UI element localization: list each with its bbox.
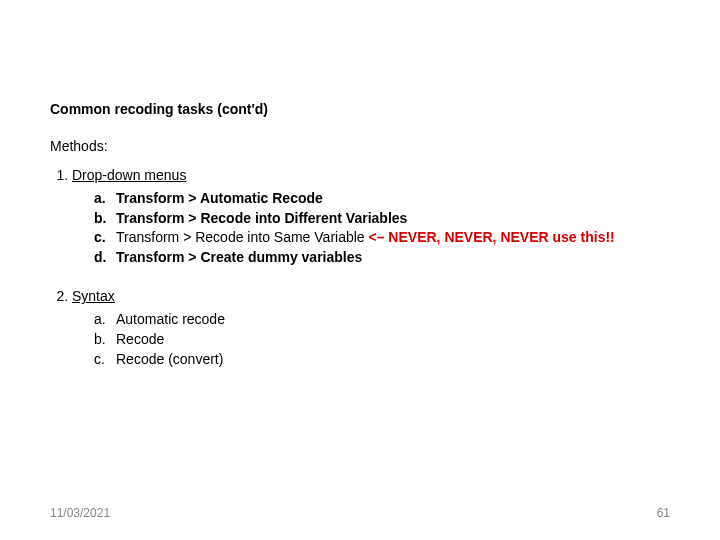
method-2-c: c. Recode (convert) bbox=[94, 350, 670, 369]
method-1-sublist: a. Transform > Automatic Recode b. Trans… bbox=[72, 189, 670, 268]
method-1-d: d. Transform > Create dummy variables bbox=[94, 248, 670, 267]
marker-d: d. bbox=[94, 248, 112, 267]
marker-b: b. bbox=[94, 209, 112, 228]
method-2-a: a. Automatic recode bbox=[94, 310, 670, 329]
method-1-c-warning: <– NEVER, NEVER, NEVER use this!! bbox=[369, 229, 615, 245]
method-item-2: Syntax a. Automatic recode b. Recode c. … bbox=[72, 287, 670, 369]
method-1-d-text: Transform > Create dummy variables bbox=[116, 249, 362, 265]
methods-label: Methods: bbox=[50, 137, 670, 156]
method-1-c: c. Transform > Recode into Same Variable… bbox=[94, 228, 670, 247]
method-2-a-text: Automatic recode bbox=[116, 311, 225, 327]
methods-list: Drop-down menus a. Transform > Automatic… bbox=[50, 166, 670, 369]
marker-2b: b. bbox=[94, 330, 112, 349]
slide: Common recoding tasks (cont'd) Methods: … bbox=[0, 0, 720, 369]
method-2-b-text: Recode bbox=[116, 331, 164, 347]
method-1-b-text: Transform > Recode into Different Variab… bbox=[116, 210, 407, 226]
marker-c: c. bbox=[94, 228, 112, 247]
marker-2c: c. bbox=[94, 350, 112, 369]
method-2-head: Syntax bbox=[72, 288, 115, 304]
method-2-c-text: Recode (convert) bbox=[116, 351, 223, 367]
method-1-a: a. Transform > Automatic Recode bbox=[94, 189, 670, 208]
marker-2a: a. bbox=[94, 310, 112, 329]
method-1-c-text: Transform > Recode into Same Variable bbox=[116, 229, 369, 245]
marker-a: a. bbox=[94, 189, 112, 208]
method-2-b: b. Recode bbox=[94, 330, 670, 349]
footer-page-number: 61 bbox=[657, 506, 670, 520]
slide-title: Common recoding tasks (cont'd) bbox=[50, 100, 670, 119]
method-item-1: Drop-down menus a. Transform > Automatic… bbox=[72, 166, 670, 267]
method-2-sublist: a. Automatic recode b. Recode c. Recode … bbox=[72, 310, 670, 369]
method-1-head: Drop-down menus bbox=[72, 167, 186, 183]
method-1-a-text: Transform > Automatic Recode bbox=[116, 190, 323, 206]
method-1-b: b. Transform > Recode into Different Var… bbox=[94, 209, 670, 228]
footer-date: 11/03/2021 bbox=[50, 506, 110, 520]
